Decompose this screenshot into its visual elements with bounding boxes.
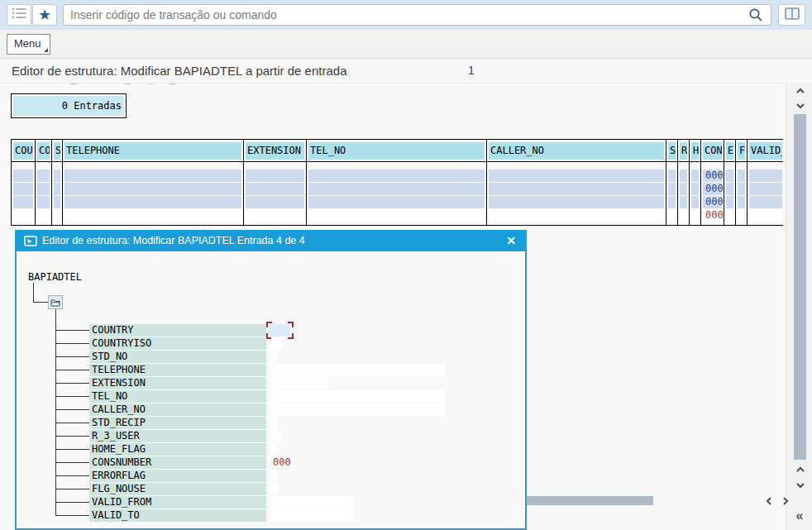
table-cell[interactable] [749, 196, 782, 208]
table-cell[interactable] [13, 170, 33, 182]
column-header[interactable]: H [691, 142, 699, 160]
tree-field-label[interactable]: EXTENSION [89, 377, 266, 389]
tree-field-label[interactable]: COUNTRY [89, 324, 266, 337]
table-cell[interactable] [691, 209, 699, 222]
table-cell[interactable] [246, 183, 304, 195]
table-cell[interactable] [680, 183, 687, 195]
dialog-title-bar[interactable]: Editor de estrutura: Modificar BAPIADTEL… [17, 230, 525, 251]
table-cell[interactable] [13, 183, 33, 195]
menu-list-button[interactable] [7, 4, 31, 26]
table-cell[interactable] [680, 170, 687, 182]
tree-field-value-input[interactable] [271, 470, 277, 482]
table-cell[interactable] [54, 183, 60, 195]
menu-button[interactable]: Menu [7, 34, 50, 55]
folder-icon[interactable] [48, 295, 63, 309]
scroll-left-button[interactable] [761, 494, 777, 508]
table-cell-con[interactable]: 000 [703, 183, 722, 195]
tree-field-label[interactable]: VALID_FROM [89, 496, 266, 509]
entries-counter-field[interactable]: 0 Entradas [13, 96, 124, 116]
command-input[interactable] [63, 4, 771, 26]
table-cell-con[interactable]: 000 [703, 209, 722, 222]
column-header[interactable]: S [668, 142, 676, 160]
table-cell-con[interactable]: 000 [703, 196, 722, 208]
column-header[interactable]: S [54, 142, 60, 160]
table-cell[interactable] [37, 209, 50, 222]
table-cell[interactable] [246, 170, 304, 182]
table-cell[interactable] [489, 183, 664, 195]
table-cell[interactable] [37, 170, 50, 182]
table-cell[interactable] [308, 196, 485, 208]
table-cell[interactable] [308, 170, 485, 182]
table-cell[interactable] [64, 170, 241, 182]
table-cell[interactable] [37, 196, 50, 208]
table-cell[interactable] [64, 196, 241, 208]
table-cell[interactable] [738, 183, 745, 195]
tree-field-label[interactable]: R_3_USER [89, 430, 266, 442]
table-cell[interactable] [749, 183, 782, 195]
table-cell[interactable] [54, 209, 60, 222]
tree-field-value-input[interactable] [271, 430, 281, 442]
tree-field-value-input[interactable] [271, 390, 445, 403]
horizontal-scrollbar-thumb[interactable] [527, 496, 653, 505]
scroll-right-button[interactable] [777, 494, 794, 508]
table-cell[interactable] [726, 196, 733, 208]
collapse-panel-button[interactable]: « [791, 508, 809, 524]
scroll-up-button[interactable] [792, 84, 809, 98]
table-cell[interactable] [308, 183, 485, 195]
table-cell[interactable] [13, 196, 33, 208]
tree-field-label[interactable]: VALID_TO [89, 509, 266, 522]
column-header[interactable]: CON [703, 142, 722, 160]
table-cell[interactable] [680, 196, 687, 208]
tree-field-label[interactable]: TEL_NO [89, 390, 266, 403]
tree-field-label[interactable]: STD_RECIP [89, 417, 266, 429]
tree-field-value-input[interactable] [271, 364, 445, 376]
table-cell-con[interactable]: 000 [703, 170, 722, 182]
table-cell[interactable] [749, 170, 782, 182]
table-cell[interactable] [738, 170, 745, 182]
table-cell[interactable] [738, 196, 745, 208]
column-header[interactable]: VALID_ [749, 142, 782, 160]
tree-field-label[interactable]: CONSNUMBER [89, 456, 266, 469]
tree-field-label[interactable]: COUNTRYISO [89, 337, 266, 350]
table-cell[interactable] [64, 209, 241, 222]
tree-field-value-input[interactable] [271, 496, 354, 509]
vertical-scrollbar-thumb[interactable] [794, 114, 806, 460]
table-cell[interactable] [54, 170, 60, 182]
tree-field-label[interactable]: HOME_FLAG [89, 443, 266, 456]
table-cell[interactable] [668, 170, 676, 182]
scroll-up-button-bottom[interactable] [792, 462, 809, 476]
column-header[interactable]: E [726, 142, 733, 160]
table-cell[interactable] [668, 183, 676, 195]
tree-field-value-input[interactable] [271, 417, 277, 429]
dialog-close-button[interactable]: ✕ [502, 230, 520, 251]
table-cell[interactable] [668, 196, 676, 208]
column-header[interactable]: F [738, 142, 745, 160]
tree-field-value-input[interactable] [271, 403, 445, 416]
table-cell[interactable] [13, 209, 33, 222]
tree-field-value-input[interactable] [271, 443, 277, 456]
tree-field-label[interactable]: TELEPHONE [89, 364, 266, 376]
tree-field-label[interactable]: STD_NO [89, 351, 266, 363]
table-cell[interactable] [489, 170, 664, 182]
tree-field-value-input[interactable] [271, 483, 277, 495]
table-cell[interactable] [37, 183, 50, 195]
table-cell[interactable] [691, 196, 699, 208]
table-cell[interactable] [726, 209, 733, 222]
table-cell[interactable] [738, 209, 745, 222]
layout-panes-button[interactable] [778, 4, 805, 26]
table-cell[interactable] [668, 209, 676, 222]
tree-field-value-input[interactable] [271, 377, 329, 389]
table-cell[interactable] [54, 196, 60, 208]
table-cell[interactable] [246, 196, 304, 208]
column-header[interactable]: CO [37, 142, 50, 160]
table-cell[interactable] [726, 183, 733, 195]
tree-field-label[interactable]: FLG_NOUSE [89, 483, 266, 495]
column-header[interactable]: R [680, 142, 687, 160]
tree-field-value-text[interactable]: 000 [273, 456, 291, 469]
column-header[interactable]: TELEPHONE [64, 142, 241, 160]
tree-field-value-input[interactable] [271, 337, 283, 350]
favorites-button[interactable]: ★ [32, 4, 57, 26]
scroll-down-button-bottom[interactable] [792, 478, 809, 492]
table-cell[interactable] [489, 209, 664, 222]
column-header[interactable]: TEL_NO [308, 142, 485, 160]
